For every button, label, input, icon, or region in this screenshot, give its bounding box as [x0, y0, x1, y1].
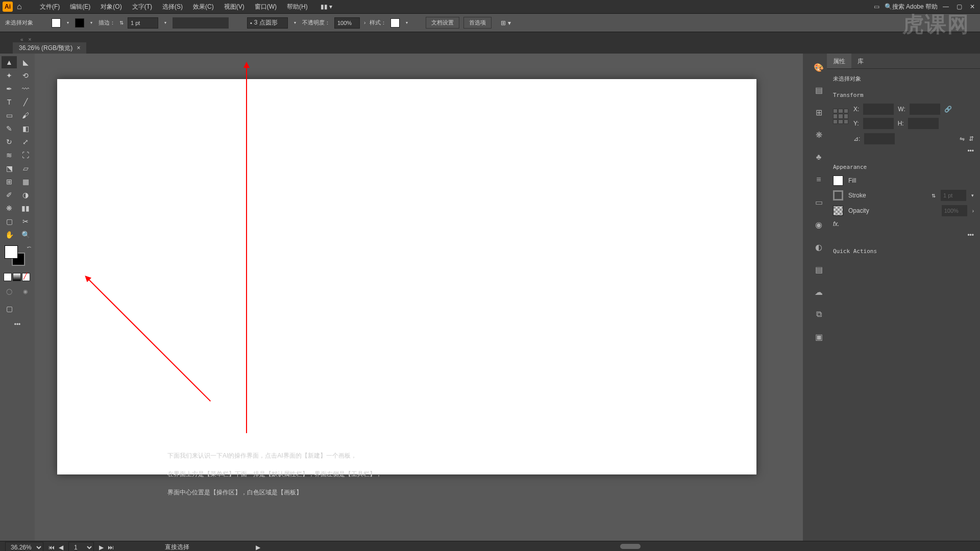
- status-flyout-icon[interactable]: ▶: [256, 544, 260, 551]
- opacity-flyout-icon[interactable]: ›: [364, 20, 365, 26]
- transparency-panel-icon[interactable]: ▭: [813, 196, 825, 208]
- angle-input[interactable]: [864, 133, 895, 144]
- stroke-swatch[interactable]: [75, 18, 84, 28]
- style-swatch[interactable]: [390, 18, 400, 28]
- type-tool[interactable]: T: [2, 96, 17, 108]
- color-mode-fill[interactable]: [4, 273, 12, 281]
- appearance-stroke-swatch[interactable]: [833, 190, 843, 201]
- menu-file[interactable]: 文件(F): [35, 1, 65, 13]
- swap-colors-icon[interactable]: ⤺: [27, 244, 31, 250]
- width-tool[interactable]: ≋: [2, 149, 17, 161]
- layers-panel-icon[interactable]: ▤: [813, 263, 825, 276]
- next-artboard-icon[interactable]: ▶: [99, 544, 104, 551]
- stroke-stepper[interactable]: ⇅: [932, 193, 936, 198]
- stroke-width-dropdown-icon[interactable]: ▾: [162, 20, 168, 26]
- lasso-tool[interactable]: ⟲: [18, 69, 33, 82]
- rectangle-tool[interactable]: ▭: [2, 109, 17, 121]
- slice-tool[interactable]: ✂: [18, 215, 33, 228]
- opacity-input[interactable]: [334, 17, 360, 29]
- mesh-tool[interactable]: ⊞: [2, 176, 17, 188]
- appearance-fill-swatch[interactable]: [833, 176, 843, 186]
- color-mode-gradient[interactable]: [13, 273, 21, 281]
- style-dropdown-icon[interactable]: ▾: [404, 20, 410, 26]
- menu-object[interactable]: 对象(O): [95, 1, 127, 13]
- maximize-icon[interactable]: ▢: [957, 3, 962, 10]
- edit-toolbar[interactable]: •••: [2, 321, 33, 328]
- foreground-color[interactable]: [5, 245, 18, 259]
- appearance-opacity-swatch[interactable]: [833, 206, 843, 216]
- brushes-panel-icon[interactable]: ⊞: [813, 106, 825, 118]
- doc-tab-close-icon[interactable]: ×: [77, 44, 80, 52]
- document-tab[interactable]: 36.26% (RGB/预览) ×: [13, 42, 86, 54]
- fx-label[interactable]: fx.: [833, 220, 840, 228]
- search-box[interactable]: 🔍 搜索 Adobe 帮助: [885, 3, 938, 11]
- blend-tool[interactable]: ◑: [18, 189, 33, 201]
- prev-artboard-icon[interactable]: ◀: [59, 544, 63, 551]
- w-input[interactable]: [910, 104, 940, 115]
- line-tool[interactable]: ╱: [18, 96, 33, 108]
- selection-tool[interactable]: ▲: [2, 56, 17, 68]
- magic-wand-tool[interactable]: ✦: [2, 69, 17, 82]
- eraser-tool[interactable]: ◧: [18, 122, 33, 135]
- draw-mode-behind[interactable]: ◉: [18, 285, 33, 297]
- h-input[interactable]: [908, 118, 939, 129]
- appearance-opacity-input[interactable]: [942, 205, 967, 216]
- asset-export-panel-icon[interactable]: ☁: [813, 286, 825, 298]
- zoom-select[interactable]: 36.26%: [5, 542, 43, 552]
- transform-more-icon[interactable]: •••: [967, 147, 974, 155]
- stroke-dropdown-icon[interactable]: ▾: [88, 20, 94, 26]
- horizontal-scrollbar-thumb[interactable]: [620, 544, 641, 549]
- fill-dropdown-icon[interactable]: ▾: [65, 20, 71, 26]
- menu-type[interactable]: 文字(T): [127, 1, 157, 13]
- document-setup-button[interactable]: 文档设置: [426, 17, 459, 29]
- vertical-scrollbar[interactable]: [803, 54, 811, 541]
- appearance-panel-icon[interactable]: ◉: [813, 218, 825, 231]
- canvas-area[interactable]: 下面我们来认识一下AI的操作界面，点击AI界面的【新建】一个画板， 在界面上方是…: [35, 54, 811, 541]
- tab-properties[interactable]: 属性: [827, 54, 851, 68]
- graphic-styles-panel-icon[interactable]: ◐: [813, 241, 825, 253]
- eyedropper-tool[interactable]: ✐: [2, 189, 17, 201]
- arrange-docs-icon[interactable]: ▭: [874, 3, 879, 10]
- pen-tool[interactable]: ✒: [2, 83, 17, 95]
- hand-tool[interactable]: ✋: [2, 229, 17, 241]
- align-flyout-icon[interactable]: ⊞ ▾: [501, 19, 510, 27]
- menu-view[interactable]: 视图(V): [219, 1, 250, 13]
- flip-v-icon[interactable]: ⇵: [969, 135, 974, 142]
- preferences-button[interactable]: 首选项: [463, 17, 492, 29]
- last-artboard-icon[interactable]: ⏭: [108, 544, 114, 551]
- stroke-width-input[interactable]: [128, 17, 158, 29]
- reference-point[interactable]: [833, 109, 848, 124]
- lock-ratio-icon[interactable]: 🔗: [944, 106, 952, 113]
- stroke-dd-icon[interactable]: ▾: [971, 193, 974, 198]
- gradient-tool[interactable]: ▦: [18, 176, 33, 188]
- symbol-sprayer-tool[interactable]: ❋: [2, 202, 17, 214]
- scale-tool[interactable]: ⤢: [18, 136, 33, 148]
- profile-dropdown-icon[interactable]: ▾: [292, 20, 298, 26]
- menu-window[interactable]: 窗口(W): [250, 1, 282, 13]
- shape-builder-tool[interactable]: ⬔: [2, 162, 17, 174]
- first-artboard-icon[interactable]: ⏮: [48, 544, 55, 551]
- appearance-stroke-input[interactable]: [941, 190, 966, 201]
- rotate-tool[interactable]: ↻: [2, 136, 17, 148]
- artboards-panel-icon[interactable]: ⧉: [813, 308, 825, 320]
- perspective-tool[interactable]: ▱: [18, 162, 33, 174]
- fill-swatch[interactable]: [52, 18, 61, 28]
- color-mode-none[interactable]: ╱: [22, 273, 30, 281]
- draw-mode-normal[interactable]: ◯: [2, 285, 17, 297]
- workspace-switcher[interactable]: ▮▮ ▾: [321, 3, 332, 10]
- zoom-tool[interactable]: 🔍: [18, 229, 33, 241]
- direct-selection-tool[interactable]: ◣: [18, 56, 33, 68]
- symbols-panel-icon[interactable]: ❋: [813, 129, 825, 141]
- profile-select[interactable]: • 3 点圆形: [247, 17, 288, 29]
- menu-edit[interactable]: 编辑(E): [65, 1, 95, 13]
- artboard-select[interactable]: 1: [68, 542, 94, 552]
- y-input[interactable]: [863, 118, 894, 129]
- free-transform-tool[interactable]: ⛶: [18, 149, 33, 161]
- close-icon[interactable]: ✕: [970, 3, 975, 10]
- artboard-tool[interactable]: ▢: [2, 215, 17, 228]
- flip-h-icon[interactable]: ⇋: [960, 135, 965, 142]
- x-input[interactable]: [863, 104, 894, 115]
- brush-definition[interactable]: [173, 17, 229, 29]
- appearance-more-icon[interactable]: •••: [967, 232, 974, 239]
- close-all-icon[interactable]: ×: [29, 37, 32, 42]
